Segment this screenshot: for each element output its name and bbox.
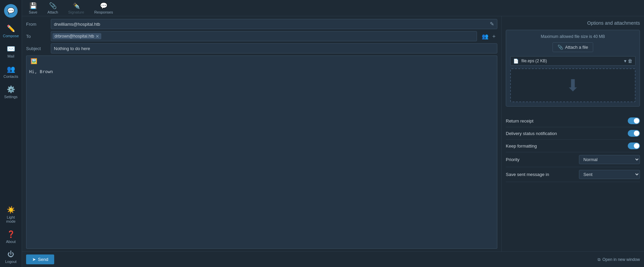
sidebar-settings-label: Settings (4, 95, 18, 99)
return-receipt-toggle[interactable] (628, 117, 640, 124)
sidebar-logout-label: Logout (5, 260, 17, 264)
file-delete-button[interactable]: 🗑 (628, 58, 632, 64)
delivery-status-label: Delivery status notification (506, 131, 557, 136)
attach-paperclip-icon: 📎 (558, 45, 563, 50)
drop-zone[interactable]: ⬇ (510, 68, 636, 102)
compose-icon: ✏️ (7, 24, 15, 32)
toolbar-save[interactable]: 💾 Save (29, 2, 37, 14)
file-icon: 📄 (513, 59, 519, 64)
recipient-email: drbrown@hospital.htb (55, 34, 94, 39)
priority-label: Priority (506, 157, 519, 162)
editor-toolbar: 🖼️ (26, 55, 497, 66)
compose-area: From drwilliams@hospital.htb ✎ To drbrow… (22, 16, 644, 251)
subject-input[interactable] (51, 43, 497, 53)
right-panel: Options and attachments Maximum allowed … (502, 16, 644, 251)
responses-icon: 💬 (100, 2, 107, 9)
insert-image-button[interactable]: 🖼️ (29, 57, 39, 65)
remove-recipient-button[interactable]: ✕ (96, 34, 99, 39)
toolbar-signature: ✒️ Signature (68, 2, 84, 14)
attach-icon: 📎 (49, 2, 57, 9)
attach-file-label: Attach a file (565, 45, 588, 50)
sidebar-mail-label: Mail (7, 54, 14, 58)
return-receipt-row: Return receipt (506, 115, 640, 127)
sidebar-item-settings[interactable]: ⚙️ Settings (0, 82, 22, 102)
delivery-status-row: Delivery status notification (506, 127, 640, 140)
download-icon: ⬇ (566, 76, 580, 95)
signature-label: Signature (68, 10, 84, 14)
sidebar-item-lightmode[interactable]: ☀️ Light mode (0, 202, 22, 227)
max-file-note: Maximum allowed file size is 40 MB (510, 34, 636, 39)
to-input-field[interactable] (103, 34, 475, 39)
file-name: file.eps (2 KB) (521, 59, 621, 63)
bottom-bar: ➤ Send ⧉ Open in new window (22, 251, 644, 267)
options-section: Return receipt Delivery status notificat… (506, 115, 640, 182)
attach-file-button[interactable]: 📎 Attach a file (553, 42, 593, 52)
delivery-status-toggle[interactable] (628, 130, 640, 137)
sidebar: 💬 ✏️ Compose ✉️ Mail 👥 Contacts ⚙️ Setti… (0, 0, 22, 267)
keep-formatting-label: Keep formatting (506, 143, 537, 149)
responses-label: Responses (94, 10, 113, 14)
save-sent-label: Save sent message in (506, 172, 549, 177)
from-edit-button[interactable]: ✎ (487, 21, 497, 27)
open-new-window-label: Open in new window (602, 257, 640, 262)
send-label: Send (38, 257, 48, 262)
settings-icon: ⚙️ (7, 85, 15, 93)
attach-label: Attach (47, 10, 58, 14)
new-window-icon: ⧉ (598, 257, 601, 262)
mail-icon: ✉️ (7, 45, 15, 53)
toolbar-attach[interactable]: 📎 Attach (47, 2, 58, 14)
to-actions: 👥 ＋ (481, 32, 497, 41)
subject-label: Subject (26, 46, 48, 51)
file-item: 📄 file.eps (2 KB) ▾ 🗑 (510, 56, 636, 66)
logout-icon: ⏻ (7, 250, 14, 258)
priority-select[interactable]: Normal High Low (579, 155, 640, 164)
from-label: From (26, 22, 48, 27)
toolbar: 💾 Save 📎 Attach ✒️ Signature 💬 Responses (22, 0, 644, 16)
lightmode-icon: ☀️ (7, 206, 15, 214)
sidebar-contacts-label: Contacts (3, 74, 18, 79)
save-icon: 💾 (29, 2, 37, 9)
contacts-icon: 👥 (7, 65, 15, 73)
sidebar-item-contacts[interactable]: 👥 Contacts (0, 62, 22, 82)
sidebar-item-logout[interactable]: ⏻ Logout (0, 247, 22, 267)
sidebar-lightmode-label: Light mode (2, 215, 20, 223)
save-sent-row: Save sent message in Sent Drafts Inbox (506, 167, 640, 182)
add-recipient-button[interactable]: ＋ (491, 32, 497, 41)
about-icon: ❓ (7, 230, 15, 238)
app-logo: 💬 (4, 4, 18, 18)
sidebar-item-about[interactable]: ❓ About (0, 227, 22, 247)
open-new-window-button[interactable]: ⧉ Open in new window (598, 257, 640, 262)
main-content: 💾 Save 📎 Attach ✒️ Signature 💬 Responses… (22, 0, 644, 267)
to-row: To drbrown@hospital.htb ✕ 👥 ＋ (26, 31, 497, 41)
priority-row: Priority Normal High Low (506, 152, 640, 167)
from-row: From drwilliams@hospital.htb ✎ (26, 19, 497, 29)
toolbar-responses[interactable]: 💬 Responses (94, 2, 113, 14)
sidebar-item-mail[interactable]: ✉️ Mail (0, 41, 22, 62)
signature-icon: ✒️ (72, 2, 80, 9)
from-input-container: drwilliams@hospital.htb ✎ (51, 19, 497, 29)
save-label: Save (29, 10, 37, 14)
sidebar-bottom: ☀️ Light mode ❓ About ⏻ Logout (0, 202, 22, 267)
file-dropdown-button[interactable]: ▾ (624, 58, 626, 64)
to-label: To (26, 34, 48, 39)
sidebar-compose-label: Compose (3, 34, 19, 38)
return-receipt-label: Return receipt (506, 118, 534, 124)
save-sent-select[interactable]: Sent Drafts Inbox (579, 170, 640, 179)
add-contact-button[interactable]: 👥 (481, 32, 489, 41)
file-item-actions: ▾ 🗑 (624, 58, 632, 64)
send-icon: ➤ (32, 257, 36, 262)
from-select[interactable]: drwilliams@hospital.htb (51, 22, 487, 27)
keep-formatting-row: Keep formatting (506, 140, 640, 152)
panel-title: Options and attachments (506, 20, 640, 26)
keep-formatting-toggle[interactable] (628, 142, 640, 149)
recipient-tag: drbrown@hospital.htb ✕ (53, 33, 101, 39)
attach-section: Maximum allowed file size is 40 MB 📎 Att… (506, 30, 640, 107)
compose-form: From drwilliams@hospital.htb ✎ To drbrow… (22, 16, 502, 251)
send-button[interactable]: ➤ Send (26, 254, 54, 264)
to-input-container: drbrown@hospital.htb ✕ (51, 31, 477, 41)
subject-row: Subject (26, 43, 497, 53)
sidebar-about-label: About (6, 240, 16, 244)
logo-icon: 💬 (7, 7, 15, 15)
email-body[interactable]: Hi, Brown (26, 66, 497, 249)
sidebar-item-compose[interactable]: ✏️ Compose (0, 21, 22, 41)
